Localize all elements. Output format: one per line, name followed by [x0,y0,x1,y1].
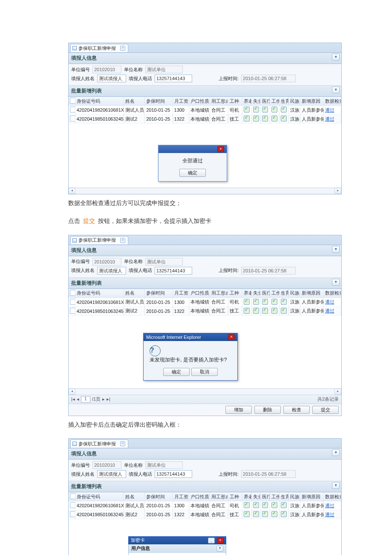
chk-yiliao[interactable] [262,107,268,113]
submit-button[interactable]: 提交 [312,406,339,414]
cell-reason: 人员新参保 [300,115,323,124]
first-page-icon[interactable]: |◂ [71,396,75,402]
cancel-button[interactable]: 取消 [191,368,218,376]
grid-body-area: Microsoft Internet Explorer × ? 未发现加密卡, … [69,316,341,388]
chk-yanglao[interactable] [244,116,250,121]
select-all-checkbox[interactable] [70,493,75,499]
app-frame-1: 参保职工新增申报 × 填报人信息 ▾ 单位编号 20102010 单位名称 测试… [68,43,342,194]
cell-employ: 合同工 [210,115,228,124]
time-label: 上报时间: [219,75,239,82]
cell-check-link[interactable]: 通过 [325,107,334,113]
scroll-left-icon[interactable]: ◂ [69,188,75,194]
unit-name-field: 测试单位 [145,66,183,73]
collapse-icon[interactable]: ▾ [332,482,340,489]
batch-header: 批量新增列表 ▾ [69,278,341,289]
collapse-icon[interactable]: ▾ [332,54,340,61]
cell-check-link[interactable]: 通过 [325,116,334,121]
col-shiye: 失业 [251,97,261,106]
chk-gongshang[interactable] [271,116,277,121]
chk-shiye[interactable] [253,116,259,121]
tab-close-icon[interactable]: × [120,46,125,51]
row-checkbox[interactable] [70,511,75,517]
collapse-icon[interactable]: ▾ [216,546,223,552]
table-row[interactable]: 420204198501063245测试2 2010-01-251322 本地城… [69,510,341,519]
table-row[interactable]: 420204198501063245 测试2 2010-01-25 1322 本… [69,115,341,124]
cell-check-link[interactable]: 通过 [325,299,334,304]
collapse-icon[interactable]: ▾ [332,87,340,93]
scroll-right-icon[interactable]: ▸ [334,389,341,395]
active-tab[interactable]: 参保职工新增申报 × [70,236,128,244]
minimize-icon[interactable]: _ [208,538,215,543]
prev-page-icon[interactable]: ◂ [77,396,79,402]
row-checkbox[interactable] [70,107,75,113]
close-icon[interactable]: × [217,538,224,543]
page-input[interactable]: 1 [81,396,90,403]
cell-check-link[interactable]: 通过 [325,512,334,517]
hscrollbar[interactable]: ◂ ▸ [69,388,341,395]
ok-button[interactable]: 确定 [179,169,206,177]
tab-title: 参保职工新增申报 [78,237,116,243]
collapse-icon[interactable]: ▾ [332,246,340,253]
reporter-field[interactable]: 测试填报人 [97,470,126,478]
chk-shengyu[interactable] [281,116,287,121]
reporter-field[interactable]: 测试填报人 [97,75,126,82]
unit-no-field: 20102010 [92,461,121,469]
tab-close-icon[interactable]: × [120,238,125,243]
tab-bar: 参保职工新增申报 × [69,235,341,245]
delete-button[interactable]: 删除 [254,406,281,414]
grid-body-area: 加密卡 _ × 用户信息 ▾ 授权加密卡密码 ●●●●●● [69,519,341,555]
caption-3: 插入加密卡后点击确定后弹出密码输入框： [68,420,392,430]
ok-button[interactable]: 确定 [163,368,190,376]
phone-field[interactable]: 13257144143 [155,267,192,275]
collapse-icon[interactable]: ▾ [332,449,340,456]
last-page-icon[interactable]: ▸| [107,396,110,402]
tab-title: 参保职工新增申报 [78,45,116,52]
chk-gongshang[interactable] [271,107,277,113]
col-hukou: 户口性质 [189,97,210,106]
reporter-field[interactable]: 测试填报人 [97,267,126,275]
scroll-right-icon[interactable]: ▸ [334,188,341,194]
select-all-checkbox[interactable] [70,290,75,296]
chk-yanglao[interactable] [244,107,250,113]
check-button[interactable]: 检查 [283,406,310,414]
cell-check-link[interactable]: 通过 [325,503,334,508]
ie-dialog-title: Microsoft Internet Explorer [146,335,201,340]
row-checkbox[interactable] [70,308,75,314]
cell-check-link[interactable]: 通过 [325,308,334,313]
encrypt-title: 加密卡 [131,537,145,543]
add-button[interactable]: 增加 [225,406,252,414]
scroll-left-icon[interactable]: ◂ [69,389,75,395]
cell-minzu: 汉族 [288,106,300,115]
chk-shiye[interactable] [253,107,259,113]
table-row[interactable]: 42020419820610681X测试人员 2010-01-251300 本地… [69,298,341,306]
row-checkbox[interactable] [70,502,75,508]
row-checkbox[interactable] [70,116,75,121]
phone-field[interactable]: 13257144143 [155,470,192,478]
table-row[interactable]: 420204198501063245测试2 2010-01-251322 本地城… [69,306,341,315]
reporter-form: 单位编号 20102010 单位名称 测试单位 填报人姓名 测试填报人 填报人电… [69,64,341,86]
unit-name-label: 单位名称 [124,66,143,73]
chk-yiliao[interactable] [262,116,268,121]
table-row[interactable]: 42020419820610681X 测试人员 2010-01-25 1300 … [69,106,341,115]
active-tab[interactable]: 参保职工新增申报 × [70,439,128,448]
tab-close-icon[interactable]: × [120,441,125,446]
reporter-form: 单位编号 20102010 单位名称 测试单位 填报人姓名 测试填报人 填报人电… [69,256,341,278]
phone-field[interactable]: 13257144143 [155,75,192,82]
chk-shengyu[interactable] [281,107,287,113]
close-icon[interactable]: × [217,146,224,152]
grid-header: 身份证号码姓名 参保时间月工资 户口性质用工形式 工种养老 失业医疗 工伤生育 … [69,289,341,316]
collapse-icon[interactable]: ▾ [332,279,340,286]
tab-icon [72,238,77,243]
select-all-checkbox[interactable] [70,98,75,104]
table-row[interactable]: 42020419820610681X测试人员 2010-01-251300 本地… [69,501,341,510]
encrypt-dialog: 加密卡 _ × 用户信息 ▾ 授权加密卡密码 ●●●●●● [128,536,226,555]
active-tab[interactable]: 参保职工新增申报 × [70,44,128,52]
hscrollbar[interactable]: ◂ ▸ [69,188,341,194]
page-total: /1页 [92,396,101,402]
next-page-icon[interactable]: ▸ [102,396,105,402]
col-employ: 用工形式 [210,97,228,106]
row-checkbox[interactable] [70,299,75,305]
close-icon[interactable]: × [228,334,235,340]
question-icon: ? [150,345,161,356]
unit-name-field: 测试单位 [145,258,183,266]
